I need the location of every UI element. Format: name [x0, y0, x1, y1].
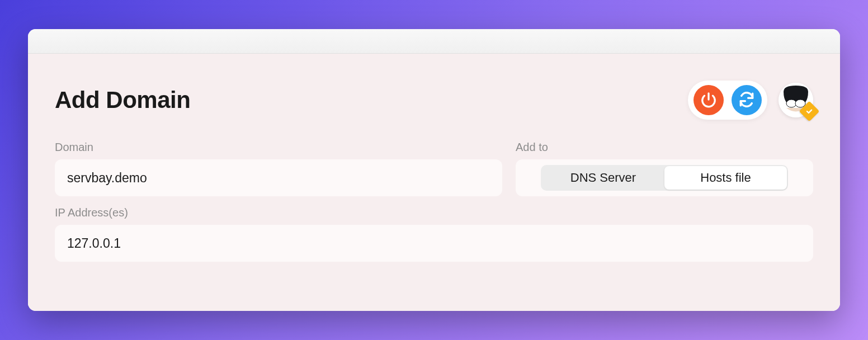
form-row-2: IP Address(es) — [55, 206, 813, 262]
ip-label: IP Address(es) — [55, 206, 813, 219]
form-row-1: Domain Add to DNS Server Hosts file — [55, 141, 813, 196]
page-title: Add Domain — [55, 87, 190, 114]
refresh-icon — [738, 91, 756, 110]
refresh-button[interactable] — [732, 85, 762, 115]
addto-group: Add to DNS Server Hosts file — [516, 141, 813, 196]
power-button[interactable] — [694, 85, 724, 115]
addto-segmented-wrap: DNS Server Hosts file — [516, 159, 813, 196]
domain-label: Domain — [55, 141, 502, 154]
app-window: Add Domain — [28, 29, 840, 311]
svg-point-1 — [786, 100, 796, 107]
content-pane: Add Domain — [28, 54, 840, 311]
addto-segmented: DNS Server Hosts file — [541, 165, 788, 191]
segment-hosts-file[interactable]: Hosts file — [664, 166, 787, 190]
action-pill — [688, 81, 767, 120]
domain-group: Domain — [55, 141, 502, 196]
window-titlebar[interactable] — [28, 29, 840, 54]
header-actions — [688, 81, 813, 120]
header-row: Add Domain — [55, 81, 813, 120]
domain-input[interactable] — [55, 159, 502, 196]
ip-group: IP Address(es) — [55, 206, 813, 262]
power-icon — [700, 91, 717, 110]
addto-label: Add to — [516, 141, 813, 154]
segment-dns-server[interactable]: DNS Server — [542, 166, 664, 190]
ip-input[interactable] — [55, 225, 813, 262]
avatar-wrap[interactable] — [779, 83, 813, 117]
